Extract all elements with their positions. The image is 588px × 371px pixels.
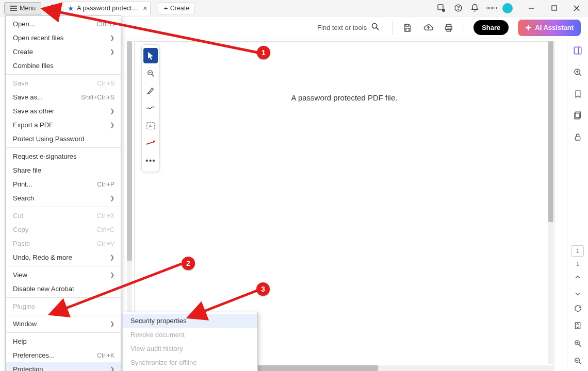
submenu-item[interactable]: Security properties [123, 314, 257, 328]
sparkle-icon: ✦ [525, 23, 532, 32]
svg-line-24 [579, 74, 581, 76]
find-tools[interactable]: Find text or tools [317, 22, 380, 33]
main-menu: Open...Ctrl+OOpen recent files❯Create❯Co… [5, 15, 121, 371]
menu-item[interactable]: Create❯ [6, 45, 121, 59]
svg-text:A: A [149, 124, 152, 128]
svg-line-16 [152, 74, 154, 76]
home-icon [48, 4, 57, 13]
svg-rect-11 [406, 28, 409, 31]
annotation-1: 1 [257, 46, 270, 59]
menu-item[interactable]: Help [6, 334, 121, 348]
menu-separator [6, 74, 121, 75]
menu-item[interactable]: Protection❯ [6, 362, 121, 371]
svg-line-32 [579, 344, 581, 346]
menu-item[interactable]: Disable new Acrobat [6, 282, 121, 296]
menu-separator [6, 297, 121, 298]
menu-button-label: Menu [20, 5, 36, 12]
minimize-button[interactable] [520, 0, 543, 16]
menu-item: Plugins [6, 299, 121, 313]
menu-separator [6, 315, 121, 315]
draw-tool-icon[interactable] [143, 100, 158, 116]
zoom-out-icon[interactable] [571, 355, 584, 367]
document-tab[interactable]: ★ A password protected P... × [63, 1, 151, 15]
divider [464, 21, 464, 35]
print-icon[interactable] [443, 22, 454, 33]
chevron-down-icon[interactable] [571, 288, 584, 300]
menu-item[interactable]: Open recent files❯ [6, 31, 121, 45]
menu-item[interactable]: View❯ [6, 268, 121, 282]
zoom-tool-icon[interactable] [143, 65, 158, 81]
create-label: Create [170, 5, 190, 12]
page-number-input[interactable]: 1 [571, 245, 584, 257]
panel-toggle-icon[interactable] [571, 44, 584, 57]
highlight-tool-icon[interactable] [143, 83, 158, 98]
maximize-button[interactable] [543, 0, 565, 16]
share-button[interactable]: Share [473, 20, 509, 35]
bookmarks-icon[interactable] [571, 88, 584, 100]
close-tab-icon[interactable]: × [143, 5, 147, 12]
menu-item[interactable]: Undo, Redo & more❯ [6, 250, 121, 264]
right-rail: 1 1 [567, 39, 588, 371]
menu-item[interactable]: Combine files [6, 59, 121, 73]
page-total-label: 1 [576, 261, 579, 267]
lock-icon[interactable] [571, 131, 584, 143]
text-box-tool-icon[interactable]: A [143, 118, 158, 133]
cloud-upload-icon[interactable] [422, 22, 434, 33]
menu-item[interactable]: Search❯ [6, 191, 121, 205]
menu-item[interactable]: Protect Using Password [6, 132, 121, 146]
menu-button[interactable]: Menu [4, 2, 41, 14]
user-avatar[interactable] [502, 3, 513, 13]
zoom-in-icon[interactable] [571, 337, 584, 349]
save-icon[interactable] [402, 22, 413, 33]
header-icons [436, 3, 515, 13]
apps-icon[interactable] [486, 3, 496, 13]
create-tab-button[interactable]: + Create [158, 2, 195, 14]
menu-item[interactable]: Share file [6, 163, 121, 177]
svg-rect-29 [575, 137, 580, 140]
svg-line-9 [377, 28, 379, 30]
menu-separator [6, 266, 121, 266]
rotate-icon[interactable] [571, 302, 584, 314]
svg-point-8 [372, 23, 377, 28]
menu-item[interactable]: Open...Ctrl+O [6, 17, 121, 31]
tab-title: A password protected P... [77, 5, 139, 12]
ai-assistant-button[interactable]: ✦ AI Assistant [518, 20, 581, 36]
submenu-item: Synchronize for offline [123, 356, 257, 369]
menu-item[interactable]: Request e-signatures [6, 149, 121, 163]
svg-line-36 [579, 362, 581, 364]
menu-item[interactable]: Save as...Shift+Ctrl+S [6, 90, 121, 104]
title-bar: Menu ★ A password protected P... × + Cre… [0, 0, 588, 16]
menu-separator [6, 332, 121, 333]
menu-separator [6, 147, 121, 148]
chevron-up-icon[interactable] [571, 271, 584, 283]
menu-item: CutCtrl+X [6, 209, 121, 223]
home-tab[interactable] [45, 2, 60, 15]
menu-item[interactable]: Window❯ [6, 317, 121, 331]
menu-separator [6, 207, 121, 207]
comments-icon[interactable] [571, 66, 584, 78]
menu-item[interactable]: Export a PDF❯ [6, 118, 121, 132]
fit-page-icon[interactable] [571, 319, 584, 332]
document-body-text: A password protected PDF file. [291, 93, 398, 102]
pages-icon[interactable] [571, 109, 584, 122]
window-controls [520, 0, 588, 16]
floating-toolbar: A ••• [141, 44, 160, 172]
notifications-icon[interactable] [469, 3, 480, 13]
svg-point-20 [154, 141, 155, 142]
close-button[interactable] [565, 0, 588, 16]
submenu-item: View audit history [123, 342, 257, 356]
sign-tool-icon[interactable] [143, 136, 158, 151]
more-tools-icon[interactable]: ••• [143, 153, 158, 168]
search-icon [371, 22, 380, 33]
annotation-3: 3 [256, 282, 270, 296]
share-label: Share [482, 24, 500, 31]
menu-item[interactable]: Print...Ctrl+P [6, 177, 121, 191]
menu-item[interactable]: Preferences...Ctrl+K [6, 348, 121, 362]
ai-label: AI Assistant [535, 24, 574, 31]
vertical-scrollbar[interactable] [548, 41, 553, 364]
help-icon[interactable] [453, 3, 463, 13]
divider [392, 21, 393, 35]
menu-item[interactable]: Save as other❯ [6, 104, 121, 118]
select-tool[interactable] [143, 48, 158, 63]
tools-icon[interactable] [436, 3, 447, 13]
